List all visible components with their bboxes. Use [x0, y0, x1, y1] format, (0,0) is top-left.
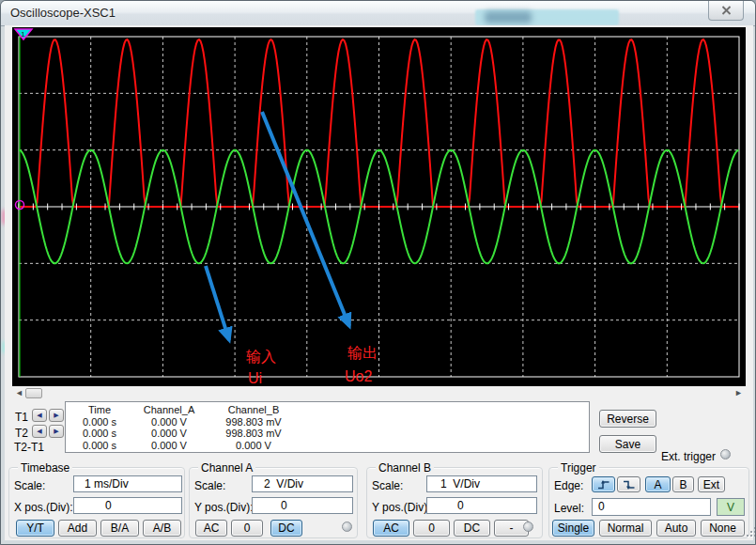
table-row: 0.000 s 0.000 V 998.803 mV: [66, 428, 589, 440]
annotation-output-label: 输出: [347, 345, 378, 361]
t2-left-button[interactable]: ◀: [32, 425, 47, 438]
channel-b-legend: Channel B: [376, 461, 434, 475]
trigger-source-b-button[interactable]: B: [672, 476, 694, 492]
t1-time: 0.000 s: [66, 416, 133, 428]
scroll-left-icon[interactable]: ◄: [15, 387, 23, 399]
scroll-right-icon[interactable]: ►: [734, 387, 743, 399]
rising-edge-icon: [597, 479, 610, 490]
resize-grip[interactable]: [747, 527, 756, 540]
trigger-legend: Trigger: [558, 461, 599, 475]
cursor-t2t1-label: T2-T1: [14, 441, 44, 454]
timebase-legend: Timebase: [18, 461, 72, 475]
channel-a-ypos-input[interactable]: 0: [252, 497, 353, 514]
cursor-1-number: 1: [21, 30, 25, 39]
timebase-xpos-input[interactable]: 0: [73, 497, 182, 514]
table-header-row: Time Channel_A Channel_B: [66, 404, 589, 416]
trigger-source-ext-button[interactable]: Ext: [698, 476, 725, 492]
falling-edge-icon: [623, 479, 636, 490]
col-header-time: Time: [66, 404, 133, 416]
channel-b-ypos-input[interactable]: 0: [426, 497, 537, 514]
scrollbar-thumb[interactable]: [25, 388, 42, 398]
scope-canvas: 1: [12, 27, 746, 386]
t1-right-button[interactable]: ▶: [49, 409, 64, 422]
channel-a-scale-label: Scale:: [194, 479, 225, 492]
trigger-auto-button[interactable]: Auto: [656, 520, 696, 537]
save-button[interactable]: Save: [599, 435, 656, 453]
timebase-scale-label: Scale:: [14, 479, 45, 492]
table-row: 0.000 s 0.000 V 0.000 V: [66, 440, 589, 452]
close-button[interactable]: [708, 1, 744, 21]
t1-cha: 0.000 V: [133, 416, 205, 428]
window-title: Oscilloscope-XSC1: [10, 6, 116, 20]
t2t1-time: 0.000 s: [66, 440, 133, 452]
ext-trigger-label: Ext. trigger: [661, 450, 716, 463]
add-mode-button[interactable]: Add: [58, 520, 97, 537]
t2-right-button[interactable]: ▶: [49, 425, 64, 438]
trigger-edge-label: Edge:: [554, 479, 583, 492]
channel-b-ac-button[interactable]: AC: [373, 520, 409, 537]
t2-chb: 998.803 mV: [205, 428, 302, 440]
timebase-scale-input[interactable]: 1 ms/Div: [73, 475, 182, 492]
trigger-source-a-button[interactable]: A: [645, 476, 671, 492]
channel-a-dc-button[interactable]: DC: [270, 520, 302, 537]
channel-a-connector[interactable]: [342, 522, 352, 532]
cursor-t1-label: T1: [15, 411, 28, 424]
timebase-xpos-label: X pos.(Div):: [14, 501, 73, 514]
left-arrow-icon: ◀: [37, 412, 41, 419]
channel-a-scale-input[interactable]: 2 V/Div: [252, 475, 353, 492]
measurement-table: Time Channel_A Channel_B 0.000 s 0.000 V…: [66, 404, 589, 451]
right-arrow-icon: ▶: [54, 428, 58, 435]
channel-a-group: Channel A Scale: 2 V/Div Y pos.(Div): 0 …: [189, 467, 358, 538]
trigger-level-unit-select[interactable]: V: [717, 498, 745, 516]
trigger-none-button[interactable]: None: [701, 520, 745, 537]
col-header-chb: Channel_B: [205, 404, 302, 416]
channel-b-dc-button[interactable]: DC: [454, 520, 490, 537]
channel-a-legend: Channel A: [198, 461, 255, 475]
trigger-normal-button[interactable]: Normal: [599, 520, 652, 537]
channel-b-ypos-label: Y pos.(Div):: [372, 501, 430, 514]
oscilloscope-window: Oscilloscope-XSC1 1 输入 Ui 输出 Uo2 ◄ ► T1 …: [0, 0, 756, 545]
annotation-input-symbol: Ui: [248, 370, 262, 386]
measurement-readout: Time Channel_A Channel_B 0.000 s 0.000 V…: [65, 401, 590, 453]
channel-a-0-button[interactable]: 0: [231, 520, 263, 537]
ba-mode-button[interactable]: B/A: [100, 520, 139, 537]
t1-chb: 998.803 mV: [205, 416, 302, 428]
channel-b-scale-label: Scale:: [372, 479, 403, 492]
ext-trigger-connector[interactable]: [720, 449, 731, 459]
channel-a-ac-button[interactable]: AC: [195, 520, 227, 537]
channel-b-0-button[interactable]: 0: [413, 520, 450, 537]
t2-time: 0.000 s: [66, 428, 133, 440]
falling-edge-button[interactable]: [617, 476, 640, 492]
trigger-group: Trigger Edge: A B Ext Level: 0 V Si: [548, 467, 749, 538]
annotation-output-symbol: Uo2: [345, 368, 372, 384]
reverse-button[interactable]: Reverse: [599, 410, 656, 428]
horizontal-scrollbar[interactable]: ◄ ►: [12, 386, 746, 400]
close-icon: [721, 6, 732, 15]
t1-left-button[interactable]: ◀: [32, 409, 47, 422]
trigger-single-button[interactable]: Single: [552, 520, 594, 537]
right-arrow-icon: ▶: [54, 412, 58, 419]
channel-b-connector[interactable]: [523, 522, 533, 532]
table-row: 0.000 s 0.000 V 998.803 mV: [66, 416, 589, 428]
rising-edge-button[interactable]: [592, 476, 615, 492]
t2-cha: 0.000 V: [133, 428, 205, 440]
timebase-group: Timebase Scale: 1 ms/Div X pos.(Div): 0 …: [8, 467, 185, 538]
client-area: 1 输入 Ui 输出 Uo2 ◄ ► T1 ◀ ▶ T2 ◀ ▶ T2-T1: [5, 25, 753, 540]
channel-b-group: Channel B Scale: 1 V/Div Y pos.(Div): 0 …: [366, 467, 543, 538]
cursor-t2-label: T2: [15, 427, 28, 440]
background-artifact: [485, 11, 532, 23]
channel-a-ypos-label: Y pos.(Div):: [194, 501, 253, 514]
left-arrow-icon: ◀: [37, 428, 41, 435]
ab-mode-button[interactable]: A/B: [143, 520, 181, 537]
channel-b-scale-input[interactable]: 1 V/Div: [426, 475, 537, 492]
scope-display[interactable]: 1 输入 Ui 输出 Uo2: [12, 27, 746, 386]
t2t1-chb: 0.000 V: [205, 440, 302, 452]
t2t1-cha: 0.000 V: [133, 440, 205, 452]
yt-mode-button[interactable]: Y/T: [16, 520, 54, 537]
trigger-level-input[interactable]: 0: [592, 498, 711, 516]
col-header-cha: Channel_A: [133, 404, 205, 416]
annotation-input-label: 输入: [246, 349, 276, 365]
title-bar[interactable]: Oscilloscope-XSC1: [1, 1, 755, 26]
trigger-level-label: Level:: [554, 502, 584, 515]
